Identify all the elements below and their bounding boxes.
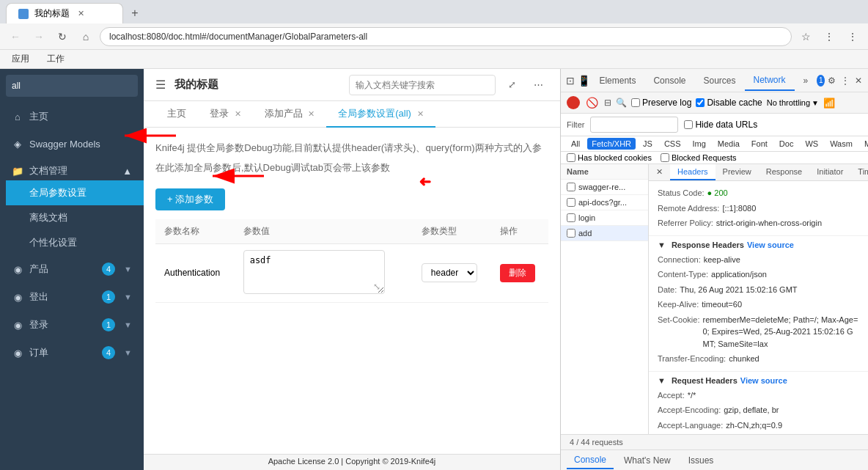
devtools-select-btn[interactable]: ⊡ [564, 71, 577, 90]
filter-icon-btn[interactable]: ⊟ [604, 98, 611, 108]
request-headers-view-source[interactable]: View source [740, 376, 787, 385]
req-checkbox-apidocs[interactable] [567, 198, 575, 207]
type-filter-css[interactable]: CSS [660, 138, 685, 150]
type-filter-font[interactable]: Font [747, 138, 772, 150]
detail-tab-response[interactable]: Response [759, 164, 810, 180]
type-filter-all[interactable]: All [567, 138, 584, 150]
tab-docs-close[interactable]: ✕ [235, 109, 241, 118]
rh-content-type-key: Content-Type: [658, 268, 708, 281]
back-button[interactable]: ← [6, 27, 25, 46]
requests-list: Name swagger-re... api-docs?gr... login [561, 164, 649, 434]
search-doc-input[interactable] [349, 75, 496, 95]
sidebar-item-order[interactable]: ◉ 订单 4 ▼ [0, 339, 144, 367]
bookmark-star-btn[interactable]: ☆ [796, 27, 815, 46]
req-checkbox-login[interactable] [567, 213, 575, 222]
preserve-log-checkbox[interactable] [631, 98, 640, 107]
devtools-kebab-btn[interactable]: ⋮ [839, 71, 852, 90]
request-item-swagger[interactable]: swagger-re... [561, 180, 648, 195]
sidebar-item-home[interactable]: ⌂ 主页 [0, 103, 144, 131]
address-bar[interactable] [100, 27, 792, 46]
remote-address-value: [::1]:8080 [722, 202, 756, 215]
tab-global-params[interactable]: 全局参数设置(all) ✕ [326, 101, 435, 128]
tab-add-product-close[interactable]: ✕ [308, 109, 315, 118]
request-item-add[interactable]: add [561, 226, 648, 241]
devtools-close-btn[interactable]: ✕ [852, 71, 865, 90]
request-item-login[interactable]: login [561, 210, 648, 226]
type-filter-fetch[interactable]: Fetch/XHR [587, 138, 636, 150]
filter-input[interactable] [590, 117, 678, 133]
extensions-btn[interactable]: ⋮ [820, 27, 839, 46]
filter-label: Filter [567, 120, 584, 129]
hide-data-urls-checkbox[interactable] [684, 120, 693, 129]
chevron-product-icon: ▼ [124, 265, 132, 273]
reqh-accept-encoding-row: Accept-Encoding: gzip, deflate, br [658, 403, 859, 418]
tab-add-product[interactable]: 添加产品 ✕ [253, 101, 327, 128]
record-button[interactable] [567, 96, 580, 109]
refresh-button[interactable]: ↻ [53, 27, 72, 46]
bookmark-apps[interactable]: 应用 [6, 51, 35, 67]
sidebar-search-input[interactable] [6, 75, 138, 97]
bottom-tab-issues[interactable]: Issues [681, 452, 721, 469]
devtools-tab-sources[interactable]: Sources [694, 71, 744, 90]
devtools-settings-btn[interactable]: ⚙ [825, 71, 838, 90]
new-tab-button[interactable]: + [125, 3, 145, 23]
sidebar-item-global-params[interactable]: 全局参数设置 [6, 180, 144, 205]
disable-cache-checkbox[interactable] [696, 98, 705, 107]
bookmark-work[interactable]: 工作 [41, 51, 70, 67]
type-filter-manifest[interactable]: Manifest [860, 138, 868, 150]
clear-button[interactable]: 🚫 [584, 95, 600, 110]
response-headers-view-source[interactable]: View source [747, 240, 794, 249]
detail-tab-timing[interactable]: Timing [850, 164, 868, 180]
type-filter-media[interactable]: Media [713, 138, 744, 150]
settings-btn[interactable]: ⋮ [843, 27, 862, 46]
sidebar-item-logout[interactable]: ◉ 登出 1 ▼ [0, 283, 144, 311]
sidebar-item-product[interactable]: ◉ 产品 4 ▼ [0, 255, 144, 283]
req-name-add: add [578, 229, 592, 238]
sidebar-item-offline-docs[interactable]: 离线文档 [6, 205, 144, 230]
delete-param-button[interactable]: 删除 [500, 264, 535, 282]
type-filter-ws[interactable]: WS [801, 138, 823, 150]
home-button[interactable]: ⌂ [76, 27, 95, 46]
bottom-tab-console[interactable]: Console [567, 452, 614, 469]
devtools-tab-console[interactable]: Console [644, 71, 694, 90]
param-value-input[interactable]: asdf [243, 250, 385, 294]
devtools-tab-network[interactable]: Network [745, 70, 795, 91]
search-icon-btn[interactable]: 🔍 [616, 98, 627, 108]
tab-close-btn[interactable]: ✕ [76, 8, 87, 19]
request-headers-toggle[interactable]: ▼ [658, 376, 666, 385]
forward-button[interactable]: → [29, 27, 48, 46]
blocked-reqs-checkbox[interactable] [661, 153, 669, 162]
detail-tab-initiator[interactable]: Initiator [809, 164, 850, 180]
tab-main[interactable]: 主页 [155, 101, 198, 128]
sidebar-section-docmanage[interactable]: 📁 文档管理 ▲ [0, 157, 144, 180]
type-filter-js[interactable]: JS [639, 138, 657, 150]
type-filter-img[interactable]: Img [688, 138, 710, 150]
sidebar-item-personalize[interactable]: 个性化设置 [6, 230, 144, 255]
detail-tab-headers[interactable]: Headers [670, 164, 716, 180]
type-filter-doc[interactable]: Doc [775, 138, 798, 150]
devtools-tab-elements[interactable]: Elements [590, 71, 644, 90]
req-checkbox-swagger[interactable] [567, 183, 575, 191]
param-type-select[interactable]: header query [422, 263, 477, 282]
blocked-cookies-checkbox[interactable] [567, 153, 575, 162]
tab-docs[interactable]: 登录 ✕ [198, 101, 253, 128]
devtools-tab-more[interactable]: » [795, 71, 817, 90]
sidebar-item-swagger[interactable]: ◈ Swagger Models [0, 131, 144, 157]
bottom-tab-whats-new[interactable]: What's New [617, 452, 678, 469]
browser-tab-active[interactable]: 我的标题 ✕ [6, 3, 123, 23]
remote-address-key: Remote Address: [658, 202, 719, 215]
col-param-value: 参数值 [235, 219, 394, 244]
devtools-device-btn[interactable]: 📱 [577, 71, 590, 90]
detail-tab-close[interactable]: ✕ [649, 164, 670, 180]
expand-icon-btn[interactable]: ⤢ [501, 75, 522, 95]
add-param-button[interactable]: + 添加参数 [155, 188, 225, 210]
tab-global-params-close[interactable]: ✕ [417, 109, 424, 118]
type-filter-wasm[interactable]: Wasm [825, 138, 857, 150]
response-headers-toggle[interactable]: ▼ [658, 240, 666, 249]
req-checkbox-add[interactable] [567, 229, 575, 238]
request-item-apidocs[interactable]: api-docs?gr... [561, 195, 648, 210]
more-icon-btn[interactable]: ⋯ [528, 75, 548, 95]
col-param-type: 参数类型 [413, 219, 492, 244]
sidebar-item-login[interactable]: ◉ 登录 1 ▼ [0, 311, 144, 339]
detail-tab-preview[interactable]: Preview [716, 164, 759, 180]
